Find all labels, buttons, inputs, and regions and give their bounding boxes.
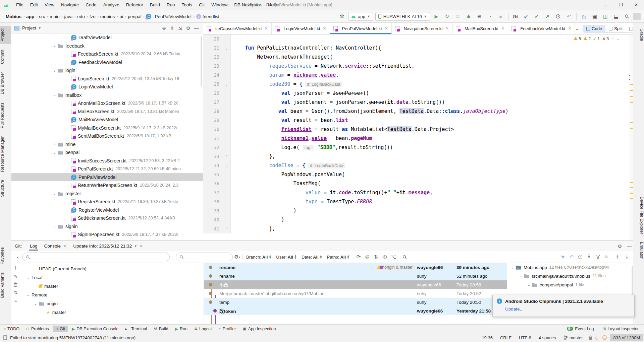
git-hide-icon[interactable]: — (625, 244, 634, 249)
build-hammer-icon[interactable]: ⚒ (337, 12, 346, 20)
run-configuration-select[interactable]: app▼ (348, 12, 373, 21)
line-number[interactable]: 26 (203, 89, 223, 98)
editor-tab-feedbackviewmodel-kt[interactable]: FeedbackViewModel.kt✕ (508, 23, 575, 34)
code-line[interactable]: 35 PopWindows.postValue( (203, 170, 634, 179)
more-icon[interactable]: » (14, 298, 17, 303)
close-tab-icon[interactable]: ✕ (385, 26, 388, 31)
git-commit-icon[interactable]: ✓ (532, 12, 541, 20)
sort-icon[interactable]: ⇅ (372, 253, 380, 261)
commit-row[interactable]: 改token wuyongle66 Yesterday 21:58 (204, 306, 507, 315)
sad-face-icon[interactable]: ☹ (602, 335, 607, 341)
tree-item-returnwritepenpalscreen-kt[interactable]: ReturnWritePenpalScreen.kt2022/5/10 20:2… (11, 181, 203, 190)
menu-view[interactable]: View (42, 1, 57, 9)
ok-indicator[interactable]: ✓ 1 (593, 37, 600, 41)
tool-window-button-todo[interactable]: ≡ TODO (1, 326, 22, 332)
tool-stripe-emulator[interactable]: Emulator (633, 240, 644, 261)
chevron-down-icon[interactable]: ⌄ (52, 224, 58, 228)
tree-item-feedback[interactable]: ⌄feedback (11, 42, 203, 50)
tree-item-loginscreen-kt[interactable]: LoginScreen.kt2022/5/12 20:53, 13.45 kB … (11, 75, 203, 83)
preview-diff-icon[interactable] (380, 253, 389, 261)
view-mode-split[interactable]: Split (605, 25, 626, 32)
chevron-down-icon[interactable]: ⌄ (526, 283, 532, 287)
fold-marker-icon[interactable]: ⌄ (223, 80, 231, 89)
filter-date[interactable]: Date: All▲▼ (302, 255, 322, 260)
code-line[interactable]: 23 requestService = Network.service::set… (203, 62, 634, 71)
chevron-down-icon[interactable]: ▼ (134, 245, 137, 248)
tree-item-loginviewmodel[interactable]: CLoginViewModel (11, 83, 203, 91)
close-tab-icon[interactable]: ✕ (140, 244, 143, 249)
device-select[interactable]: HUAWEI HLK-AL10▼ (375, 12, 430, 21)
git-graph-options-icon[interactable]: ⌥ (389, 253, 398, 261)
code-editor[interactable]: 5 2✓ 1✕ 3⌃⌄ 20 21 ⌄ fun PenPalList(navCo… (203, 35, 634, 240)
line-number[interactable]: 20 (203, 35, 223, 44)
commit-search-input[interactable] (176, 253, 233, 261)
back-icon[interactable]: ‹ (13, 253, 22, 261)
commit-row[interactable]: rename origin & master wuyongle66 39 min… (204, 263, 507, 272)
tree-item-signinpopscreen-kt[interactable]: SignInPopScreen.kt2022/5/9 18:17, 4.37 k… (11, 230, 203, 239)
filter-icon[interactable] (593, 253, 602, 261)
git-branch-widget[interactable]: master (560, 335, 587, 340)
expand-all-icon[interactable]: ⇳ (168, 25, 176, 31)
branch-item-master[interactable]: master (20, 282, 204, 290)
tree-item-mine[interactable]: ›mine (11, 140, 203, 149)
tree-item-mailboxviewmodel[interactable]: CMailBoxViewModel (11, 116, 203, 124)
indent-setting[interactable]: 4 spaces (535, 335, 560, 340)
code-line[interactable]: 40 ) (203, 215, 634, 224)
line-number[interactable]: 32 (203, 143, 223, 152)
menu-analyze[interactable]: Analyze (100, 1, 122, 9)
commit-row[interactable]: temp suhy Today 20:50 (204, 298, 507, 306)
tree-item-anonmailboxscreen-kt[interactable]: AnonMailBoxScreen.kt2022/5/9 18:17, 1.57… (11, 99, 203, 108)
tree-item-registerviewmodel[interactable]: CRegisterViewModel (11, 206, 203, 214)
code-line[interactable]: 31 nickname1.value = bean.pageNum (203, 134, 634, 143)
line-separator[interactable]: CRLF (496, 335, 515, 340)
info-stripe-mark[interactable] (629, 75, 630, 76)
breadcrumb-item[interactable]: Mobius (5, 13, 22, 20)
fold-marker-icon[interactable]: ⌃ (223, 224, 231, 233)
breadcrumb-item[interactable]: fzu (89, 13, 97, 20)
editor-tab-itecapsuleviewmodel-kt[interactable]: iteCapsuleViewModel.kt✕ (203, 23, 272, 34)
info-stripe-mark[interactable] (629, 79, 630, 80)
tool-window-button-layout-inspector[interactable]: ⊞ Layout Inspector (600, 326, 641, 332)
attach-profiler-icon[interactable]: ⊕ (475, 12, 484, 20)
line-number[interactable]: 30 (203, 125, 223, 134)
tool-window-button-git[interactable]: ⑁ Git (53, 326, 68, 332)
code-line[interactable]: 22 Network.networkThreadget( (203, 53, 634, 62)
git-push-icon[interactable]: ↗ (543, 12, 552, 20)
warning-stripe-mark[interactable] (630, 122, 633, 123)
recent-icon[interactable] (576, 253, 585, 261)
menu-run[interactable]: Run (164, 1, 178, 9)
minimize-button[interactable]: – (598, 0, 613, 10)
device-manager-icon[interactable]: ⬓ (612, 12, 621, 20)
error-indicator[interactable]: ✕ 3 (602, 37, 609, 41)
changed-path-compose-penpal[interactable]: ⌄ compose\penpal1 file (507, 280, 634, 289)
line-number[interactable]: 31 (203, 134, 223, 143)
tree-item-sentmailboxscreen-kt[interactable]: SentMailBoxScreen.kt2022/5/9 18:17, 1.02… (11, 132, 203, 140)
filter-user[interactable]: User: All▲▼ (276, 255, 297, 260)
line-number[interactable]: 39 (203, 206, 223, 215)
tool-stripe-db-browser[interactable]: DB Browser (0, 70, 11, 97)
avatar[interactable] (633, 13, 641, 20)
next-issue-icon[interactable]: ⌄ (616, 37, 619, 41)
tool-stripe-commit[interactable]: Commit (0, 47, 11, 66)
line-number[interactable]: 35 (203, 170, 223, 179)
tree-item-feedbackscreen-kt[interactable]: FeedbackScreen.kt2022/5/10 20:24, 2.66 k… (11, 50, 203, 58)
apply-code-changes-icon[interactable]: ≣ (453, 12, 462, 20)
chevron-down-icon[interactable]: ⌄ (52, 93, 58, 97)
line-number[interactable]: 36 (203, 179, 223, 188)
history-icon[interactable] (554, 12, 562, 20)
breadcrumb-item[interactable]: penpal (127, 13, 143, 20)
code-line[interactable]: 32 Log.e( tag: "SDDD",result.toString()) (203, 143, 634, 152)
tree-item-draftviewmodel[interactable]: CDraftViewModel (11, 33, 203, 42)
tool-window-button-app-inspection[interactable]: ▣ App Inspection (240, 326, 278, 332)
tool-window-button-run[interactable]: ▶ Run (172, 326, 190, 332)
git-settings-icon[interactable]: ⚙ (615, 244, 625, 249)
breadcrumb-item[interactable]: vfriendlist (195, 13, 220, 20)
chevron-down-icon[interactable]: ⌄ (25, 293, 32, 297)
breadcrumb-item[interactable]: CPenPalViewModel (145, 13, 192, 20)
code-line[interactable]: 25 ⌄ code200 = {it: LogInBackData (203, 80, 634, 89)
editor-tab-mailboxscreen-kt[interactable]: MailBoxScreen.kt✕ (452, 23, 508, 34)
tree-item-mailbox[interactable]: ⌄mailbox (11, 91, 203, 99)
update-link[interactable]: Update... (505, 306, 630, 312)
tool-stripe-device-file-explorer[interactable]: Device File Explorer (633, 194, 644, 236)
menu-code[interactable]: Code (83, 1, 99, 9)
